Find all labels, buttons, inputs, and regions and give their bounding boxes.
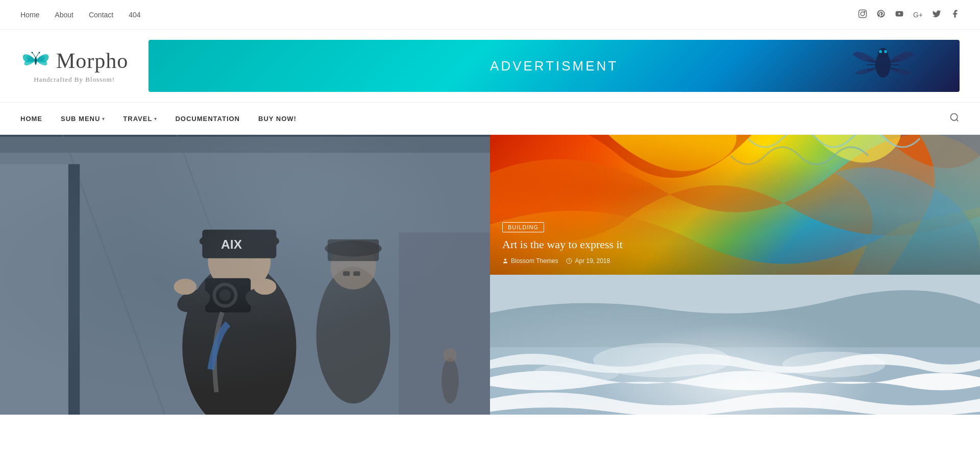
svg-point-4 [32,52,33,54]
svg-point-8 [26,62,28,63]
search-icon [949,112,960,123]
mainnav-submenu[interactable]: SUB MENU ▾ [61,115,105,123]
svg-point-3 [35,57,37,65]
svg-point-1 [861,12,865,16]
mainnav-home[interactable]: HOME [20,115,42,123]
svg-point-5 [39,52,40,54]
featured-post-image: AIX [0,135,490,415]
top-bar-nav: Home About Contact 404 [20,11,141,19]
nav-about[interactable]: About [55,11,74,19]
right-posts: BUILDING Art is the way to express it Bl… [490,135,980,415]
svg-point-46 [504,259,506,261]
logo-subtitle: Handcrafted By Blossom! [20,76,128,84]
featured-post[interactable]: AIX [0,135,490,415]
logo-title: Morpho [20,48,128,74]
content-grid: AIX [0,135,980,415]
svg-point-9 [44,62,46,63]
ad-banner: ADVERTISMENT [149,40,960,92]
svg-point-12 [879,50,882,53]
post-card-art[interactable]: BUILDING Art is the way to express it Bl… [490,135,980,275]
svg-point-11 [878,48,888,58]
nav-contact[interactable]: Contact [89,11,113,19]
travel-arrow: ▾ [154,116,157,122]
googleplus-icon[interactable]: G+ [913,11,923,19]
logo-area: Morpho Handcrafted By Blossom! [20,48,128,84]
mainnav-travel-link[interactable]: TRAVEL [123,115,152,123]
search-button[interactable] [949,112,960,125]
mainnav-documentation[interactable]: DOCUMENTATION [175,115,240,123]
art-post-title: Art is the way to express it [502,237,968,252]
mainnav-submenu-link[interactable]: SUB MENU [61,115,100,123]
main-nav-links: HOME SUB MENU ▾ TRAVEL ▾ DOCUMENTATION B… [20,115,297,123]
mainnav-buynow[interactable]: BUY NOW! [258,115,297,123]
submenu-arrow: ▾ [102,116,105,122]
svg-point-13 [884,50,887,53]
ad-insect-illustration [847,42,919,88]
youtube-icon[interactable] [895,9,904,20]
nav-404[interactable]: 404 [129,11,140,19]
author-icon [502,258,508,264]
nav-home[interactable]: Home [20,11,39,19]
svg-point-14 [951,113,958,120]
svg-point-6 [27,56,29,58]
art-post-category: BUILDING [502,222,544,232]
social-icons: G+ [858,9,960,20]
twitter-icon[interactable] [932,9,941,20]
svg-point-2 [864,11,865,12]
pinterest-icon[interactable] [876,9,886,20]
art-post-meta: Blossom Themes Apr 19, 2018 [502,257,968,265]
top-bar: Home About Contact 404 G+ [0,0,980,30]
facebook-icon[interactable] [950,9,960,20]
instagram-icon[interactable] [858,9,867,20]
art-post-author: Blossom Themes [502,257,558,265]
post-card-ocean[interactable] [490,275,980,415]
art-post-date: Apr 19, 2018 [566,257,610,265]
date-icon [566,258,572,264]
butterfly-logo [20,48,51,74]
logo-text: Morpho [56,49,128,73]
svg-line-15 [957,119,959,121]
art-post-overlay: BUILDING Art is the way to express it Bl… [490,212,980,275]
header: Morpho Handcrafted By Blossom! ADVERTISM… [0,30,980,102]
mainnav-travel[interactable]: TRAVEL ▾ [123,115,157,123]
svg-rect-0 [859,10,866,17]
main-nav: HOME SUB MENU ▾ TRAVEL ▾ DOCUMENTATION B… [0,102,980,135]
ocean-post-image [490,275,980,415]
ad-banner-text: ADVERTISMENT [490,58,618,74]
svg-point-7 [42,56,44,58]
